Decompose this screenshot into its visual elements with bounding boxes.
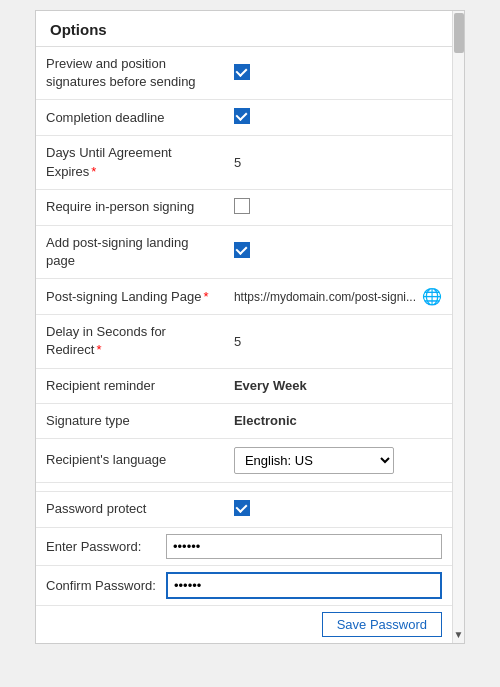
required-star: * — [96, 342, 101, 357]
options-row-4: Add post-signing landing page — [36, 225, 452, 278]
row-label-6: Delay in Seconds for Redirect* — [36, 315, 224, 368]
options-row-2: Days Until Agreement Expires* 5 — [36, 136, 452, 189]
bold-value-8: Electronic — [234, 413, 297, 428]
row-value-9: English: USEnglish: UKFrenchGermanSpanis… — [224, 438, 452, 482]
enter-password-label: Enter Password: — [46, 539, 166, 554]
scrollbar-thumb[interactable] — [454, 13, 464, 53]
options-row-7: Recipient reminder Every Week — [36, 368, 452, 403]
globe-icon-5[interactable]: 🌐 — [422, 287, 442, 306]
bold-value-7: Every Week — [234, 378, 307, 393]
required-star: * — [203, 289, 208, 304]
row-label-9: Recipient's language — [36, 438, 224, 482]
options-panel: ▼ Options Preview and position signature… — [35, 10, 465, 644]
save-password-row: Save Password — [36, 605, 452, 643]
select-9[interactable]: English: USEnglish: UKFrenchGermanSpanis… — [234, 447, 394, 474]
checkbox-11[interactable] — [234, 500, 250, 516]
row-label-8: Signature type — [36, 403, 224, 438]
text-value-6: 5 — [234, 334, 241, 349]
checkbox-1[interactable] — [234, 108, 250, 124]
options-row-8: Signature type Electronic — [36, 403, 452, 438]
row-label-1: Completion deadline — [36, 100, 224, 136]
checkbox-0[interactable] — [234, 64, 250, 80]
checkbox-4[interactable] — [234, 242, 250, 258]
panel-title: Options — [36, 11, 452, 47]
row-value-11 — [224, 491, 452, 527]
scrollbar-track[interactable]: ▼ — [452, 11, 464, 643]
row-value-2: 5 — [224, 136, 452, 189]
url-text-5: https://mydomain.com/post-signi... — [234, 290, 416, 304]
required-star: * — [91, 164, 96, 179]
options-row-0: Preview and position signatures before s… — [36, 47, 452, 100]
text-value-2: 5 — [234, 155, 241, 170]
confirm-password-input[interactable] — [166, 572, 442, 599]
row-value-7: Every Week — [224, 368, 452, 403]
row-value-5: https://mydomain.com/post-signi... 🌐 — [224, 279, 452, 315]
row-label-5: Post-signing Landing Page* — [36, 279, 224, 315]
url-field-5: https://mydomain.com/post-signi... 🌐 — [234, 287, 442, 306]
row-value-8: Electronic — [224, 403, 452, 438]
row-label-2: Days Until Agreement Expires* — [36, 136, 224, 189]
options-row-3: Require in-person signing — [36, 189, 452, 225]
row-label-0: Preview and position signatures before s… — [36, 47, 224, 100]
enter-password-input[interactable] — [166, 534, 442, 559]
password-section: Enter Password: Confirm Password: Save P… — [36, 527, 452, 643]
row-label-3: Require in-person signing — [36, 189, 224, 225]
enter-password-row: Enter Password: — [36, 527, 452, 565]
scroll-down-arrow[interactable]: ▼ — [453, 627, 464, 643]
row-value-4 — [224, 225, 452, 278]
confirm-password-label: Confirm Password: — [46, 578, 166, 593]
row-label-4: Add post-signing landing page — [36, 225, 224, 278]
options-table: Preview and position signatures before s… — [36, 47, 452, 527]
row-value-1 — [224, 100, 452, 136]
row-label-7: Recipient reminder — [36, 368, 224, 403]
options-row-6: Delay in Seconds for Redirect* 5 — [36, 315, 452, 368]
confirm-password-row: Confirm Password: — [36, 565, 452, 605]
row-value-3 — [224, 189, 452, 225]
spacer-row — [36, 482, 452, 491]
options-row-1: Completion deadline — [36, 100, 452, 136]
row-label-11: Password protect — [36, 491, 224, 527]
checkbox-3[interactable] — [234, 198, 250, 214]
options-row-5: Post-signing Landing Page* https://mydom… — [36, 279, 452, 315]
row-value-6: 5 — [224, 315, 452, 368]
save-password-button[interactable]: Save Password — [322, 612, 442, 637]
options-row-9: Recipient's language English: USEnglish:… — [36, 438, 452, 482]
row-value-0 — [224, 47, 452, 100]
options-row-11: Password protect — [36, 491, 452, 527]
